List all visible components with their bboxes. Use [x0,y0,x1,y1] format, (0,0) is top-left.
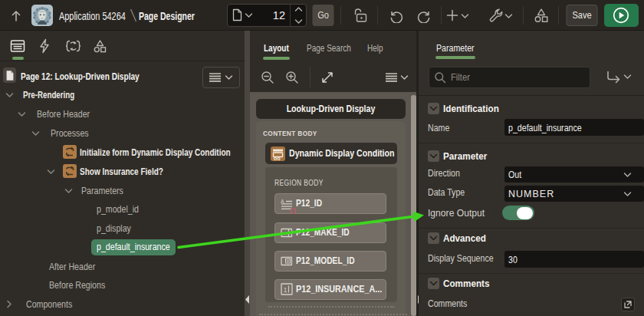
svg-text:A: A [281,199,284,204]
svg-text:1: 1 [284,286,288,294]
